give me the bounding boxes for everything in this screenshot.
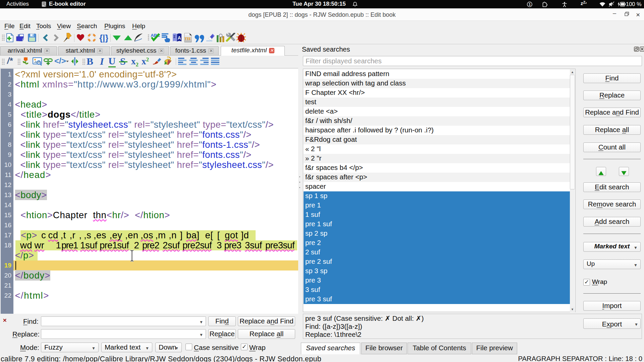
svg-text:{|}: {|} (99, 33, 108, 43)
svg-text:A: A (177, 35, 181, 41)
svg-text:</>: </> (54, 57, 66, 65)
svg-text:1: 1 (529, 2, 531, 6)
svg-text:TTF: TTF (184, 37, 191, 41)
